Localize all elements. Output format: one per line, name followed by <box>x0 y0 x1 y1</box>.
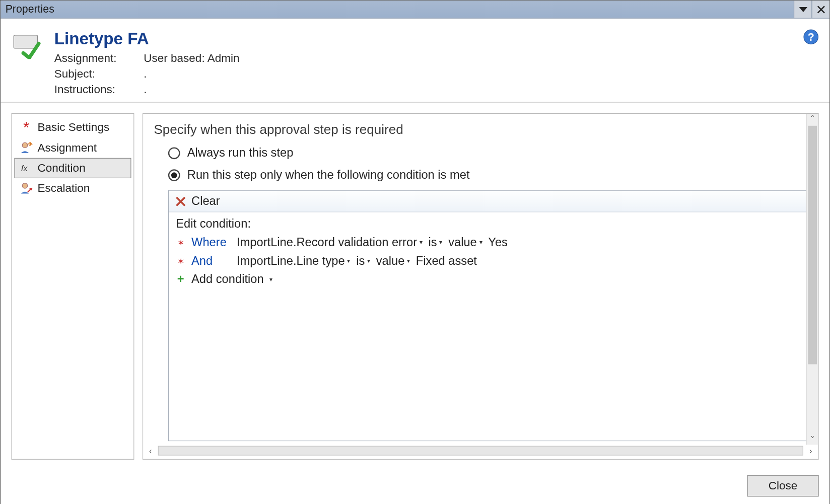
sidebar-item-basic-settings[interactable]: * Basic Settings <box>14 117 131 137</box>
delete-row-icon[interactable]: ✶ <box>176 238 185 247</box>
svg-point-9 <box>22 183 27 188</box>
assignment-value: User based: Admin <box>144 52 817 65</box>
step-icon <box>13 33 44 59</box>
window-title: Properties <box>6 3 54 16</box>
chevron-down-icon <box>799 5 807 14</box>
page-title: Linetype FA <box>54 29 818 48</box>
header-text: Linetype FA Assignment: User based: Admi… <box>54 29 818 96</box>
radio-icon <box>168 147 180 159</box>
condition-field[interactable]: ImportLine.Record validation error▾ <box>237 236 423 249</box>
svg-marker-0 <box>799 7 807 12</box>
radio-conditional[interactable]: Run this step only when the following co… <box>168 168 807 182</box>
condition-row: ✶ And ImportLine.Line type▾ is▾ value▾ <box>176 254 799 267</box>
sidebar-item-assignment[interactable]: Assignment <box>14 138 131 158</box>
subject-value: . <box>144 67 817 81</box>
condition-operator[interactable]: is▾ <box>356 254 370 267</box>
header-area: Linetype FA Assignment: User based: Admi… <box>1 19 829 103</box>
sidebar-item-label: Assignment <box>38 141 97 155</box>
clear-icon <box>175 195 187 207</box>
person-escalate-icon <box>20 182 33 195</box>
help-icon: ? <box>803 29 819 45</box>
close-button[interactable]: Close <box>747 475 819 497</box>
run-mode-radio-group: Always run this step Run this step only … <box>168 146 807 190</box>
svg-text:?: ? <box>808 31 814 43</box>
scroll-right-icon[interactable]: › <box>807 446 814 456</box>
sidebar: * Basic Settings Assignment fx C <box>11 113 134 460</box>
scroll-track[interactable] <box>158 446 803 456</box>
svg-point-7 <box>22 142 27 148</box>
condition-operator[interactable]: is▾ <box>429 236 443 249</box>
sidebar-item-label: Condition <box>38 162 86 175</box>
svg-text:fx: fx <box>21 164 28 173</box>
radio-label: Run this step only when the following co… <box>187 168 470 182</box>
add-condition-button[interactable]: + Add condition ▾ <box>176 272 799 286</box>
instructions-label: Instructions: <box>54 83 144 96</box>
condition-value-kw[interactable]: value▾ <box>448 236 482 249</box>
svg-text:*: * <box>23 121 29 134</box>
titlebar: Properties <box>1 1 829 19</box>
condition-value[interactable]: Yes <box>488 236 508 249</box>
vertical-scrollbar[interactable]: ˄ ˅ <box>806 114 818 445</box>
condition-value[interactable]: Fixed asset <box>416 254 477 267</box>
assignment-label: Assignment: <box>54 52 144 65</box>
clear-button[interactable]: Clear <box>169 191 807 212</box>
dropdown-button[interactable] <box>794 1 812 18</box>
add-condition-label: Add condition <box>191 272 264 286</box>
svg-rect-3 <box>14 35 37 48</box>
scroll-left-icon[interactable]: ‹ <box>147 446 154 456</box>
sidebar-item-escalation[interactable]: Escalation <box>14 178 131 198</box>
condition-field[interactable]: ImportLine.Line type▾ <box>237 254 350 267</box>
scroll-up-icon[interactable]: ˄ <box>808 114 817 123</box>
scroll-down-icon[interactable]: ˅ <box>808 435 817 445</box>
instructions-value: . <box>144 83 817 96</box>
titlebar-buttons <box>794 1 829 18</box>
main-panel: Specify when this approval step is requi… <box>143 113 819 460</box>
clear-label: Clear <box>191 194 220 208</box>
delete-row-icon[interactable]: ✶ <box>176 256 185 266</box>
content-area: * Basic Settings Assignment fx C <box>1 103 829 471</box>
person-assign-icon <box>20 141 33 155</box>
sidebar-item-label: Basic Settings <box>38 121 110 134</box>
condition-keyword[interactable]: Where <box>191 236 231 249</box>
subject-label: Subject: <box>54 67 144 81</box>
horizontal-scrollbar[interactable]: ‹ › <box>143 445 818 459</box>
sidebar-item-condition[interactable]: fx Condition <box>14 158 131 178</box>
condition-row: ✶ Where ImportLine.Record validation err… <box>176 236 799 249</box>
radio-icon <box>168 169 180 181</box>
condition-editor: Clear Edit condition: ✶ Where ImportLine… <box>168 190 807 441</box>
radio-label: Always run this step <box>187 146 294 160</box>
section-heading: Specify when this approval step is requi… <box>154 122 807 138</box>
sidebar-item-label: Escalation <box>38 182 90 195</box>
condition-value-kw[interactable]: value▾ <box>376 254 410 267</box>
close-window-button[interactable] <box>811 1 829 18</box>
fx-icon: fx <box>20 162 33 175</box>
close-icon <box>816 5 825 14</box>
footer: Close <box>1 470 829 504</box>
scroll-thumb[interactable] <box>808 126 817 365</box>
chevron-down-icon: ▾ <box>269 276 272 282</box>
help-button[interactable]: ? <box>803 29 819 48</box>
edit-condition-label: Edit condition: <box>176 217 799 231</box>
properties-window: Properties Linetype FA Assignment: <box>0 0 830 504</box>
asterisk-icon: * <box>20 121 33 134</box>
radio-always[interactable]: Always run this step <box>168 146 807 160</box>
condition-keyword[interactable]: And <box>191 254 231 267</box>
plus-icon: + <box>176 272 185 286</box>
